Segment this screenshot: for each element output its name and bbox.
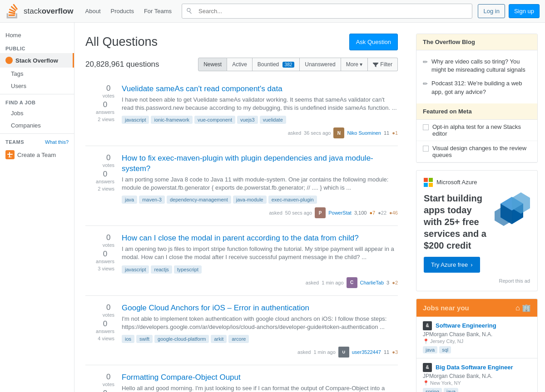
sidebar-item-companies[interactable]: Companies (0, 119, 74, 132)
filter-button[interactable]: Filter (368, 58, 398, 71)
tag[interactable]: arkit (211, 335, 227, 343)
svg-rect-2 (8, 157, 12, 157)
tag[interactable]: vuejs3 (237, 116, 258, 124)
question-body: How to fix exec-maven-plugin with plugin… (122, 153, 398, 218)
sidebar-item-jobs[interactable]: Jobs (0, 107, 74, 119)
job-tag[interactable]: spring (423, 388, 442, 392)
user-link[interactable]: CharlieTab (360, 280, 384, 285)
question-body: Formatting Compare-Object Ouput Hello al… (122, 372, 398, 392)
question-stats: 0 votes 0 answers 3 views (85, 372, 122, 392)
sidebar-item-users[interactable]: Users (0, 80, 74, 92)
vote-count: 0 (103, 233, 114, 242)
pencil-icon: ✏ (423, 59, 428, 65)
sidebar-item-stackoverflow[interactable]: Stack Overflow (0, 53, 74, 68)
tag[interactable]: exec-maven-plugin (268, 196, 317, 204)
question-title[interactable]: How can I close the modal in parent acco… (122, 234, 359, 242)
tag[interactable]: ionic-framework (151, 116, 193, 124)
vote-count: 0 (103, 303, 114, 312)
tag[interactable]: ios (122, 335, 134, 343)
user-link[interactable]: PowerStat (328, 210, 352, 216)
views-count: 2 views (98, 186, 114, 191)
user-badges: ●1 (392, 130, 398, 136)
answers-label: answers (96, 259, 114, 264)
company-icon: & (423, 321, 432, 330)
left-sidebar: Home PUBLIC Stack Overflow Tags Users FI… (0, 23, 74, 392)
tag[interactable]: dependency-management (167, 196, 231, 204)
job-tag[interactable]: java (423, 346, 437, 353)
tab-active[interactable]: Active (227, 58, 253, 71)
tab-more[interactable]: More ▾ (341, 58, 368, 71)
question-title[interactable]: Formatting Compare-Object Ouput (122, 373, 241, 382)
tag[interactable]: maven-3 (139, 196, 165, 204)
user-rep: 3 (386, 280, 389, 285)
tag[interactable]: swift (136, 335, 153, 343)
user-link[interactable]: Niko Suominen (347, 130, 381, 136)
pencil-icon: ✏ (423, 80, 428, 87)
job-item: & Software Engineering JPMorgan Chase Ba… (416, 317, 537, 358)
votes-block: 0 votes (103, 372, 114, 387)
overflow-blog-header: The Overflow Blog (416, 34, 537, 50)
question-title[interactable]: Google Cloud Anchors for iOS – Error in … (122, 304, 309, 312)
votes-block: 0 votes (103, 153, 114, 168)
tag[interactable]: java (122, 196, 137, 204)
nav-for-teams[interactable]: For Teams (139, 4, 176, 18)
topbar-nav: About Products For Teams (81, 4, 176, 18)
teams-what-link[interactable]: What this? (45, 139, 69, 145)
tab-newest[interactable]: Newest (198, 58, 227, 71)
asked-time: 1 min ago (313, 349, 335, 355)
job-item: & Big Data Software Engineer JPMorgan Ch… (416, 358, 537, 392)
login-button[interactable]: Log in (478, 4, 505, 18)
job-tag[interactable]: sql (439, 346, 451, 353)
tag[interactable]: typescript (174, 265, 202, 274)
nav-products[interactable]: Products (106, 4, 139, 18)
search-input[interactable] (182, 4, 472, 19)
answers-block: 0 answers (96, 250, 114, 264)
user-link[interactable]: user3522447 (352, 349, 381, 355)
tab-bountied[interactable]: Bountied 382 (253, 58, 300, 71)
meta-checkbox[interactable] (423, 124, 429, 130)
main-content: All Questions Ask Question 20,828,961 qu… (74, 23, 409, 392)
tag[interactable]: reactjs (151, 265, 172, 274)
topbar: stackoverflow About Products For Teams L… (0, 0, 545, 23)
ask-question-button[interactable]: Ask Question (349, 34, 398, 50)
tag[interactable]: javascript (122, 265, 149, 274)
featured-meta-header: Featured on Meta (416, 103, 537, 120)
nav-about[interactable]: About (81, 4, 105, 18)
avatar: P (315, 207, 326, 218)
asked-label: asked (297, 349, 311, 355)
job-tag[interactable]: java (444, 388, 458, 392)
tag[interactable]: arcore (228, 335, 249, 343)
filter-tabs: Newest Active Bountied 382 Unanswered Mo… (198, 58, 398, 71)
meta-checkbox[interactable] (423, 146, 429, 152)
report-ad-link[interactable]: Report this ad (424, 278, 530, 284)
tag[interactable]: java-module (233, 196, 267, 204)
sidebar-item-home[interactable]: Home (0, 28, 74, 42)
azure-title: Start building apps today with 25+ free … (424, 192, 490, 251)
answer-count: 0 (96, 170, 114, 179)
question-title[interactable]: How to fix exec-maven-plugin with plugin… (122, 154, 373, 172)
question-tags: java maven-3 dependency-management java-… (122, 196, 398, 204)
meta-item-text: Visual design changes to the review queu… (432, 145, 531, 158)
signup-button[interactable]: Sign up (509, 4, 540, 18)
question-item: 0 votes 0 answers 3 views Formatting Com… (85, 365, 398, 392)
user-rep: 3,100 (354, 210, 367, 216)
create-team-button[interactable]: Create a Team (0, 147, 74, 163)
tag[interactable]: vue-component (194, 116, 235, 124)
job-title-link[interactable]: Big Data Software Engineer (436, 364, 513, 371)
votes-label: votes (103, 382, 114, 387)
tab-unanswered[interactable]: Unanswered (300, 58, 341, 71)
create-team-icon (5, 150, 15, 159)
sidebar-item-tags[interactable]: Tags (0, 68, 74, 80)
sidebar-section-public: PUBLIC (0, 42, 74, 53)
azure-cta-button[interactable]: Try Azure free › (424, 257, 480, 273)
site-logo[interactable]: stackoverflow (5, 3, 74, 20)
question-meta: asked 50 secs ago P PowerStat 3,100 ●7 ●… (122, 207, 398, 218)
tag[interactable]: google-cloud-platform (154, 335, 209, 343)
tag[interactable]: vuelidate (260, 116, 286, 124)
tag[interactable]: javascript (122, 116, 149, 124)
divider-1 (0, 94, 74, 94)
question-title[interactable]: Vuelidate sameAs can't read component's … (122, 84, 282, 93)
question-meta: asked 1 min ago U user3522447 11 ●3 (122, 347, 398, 358)
job-location: 📍 New York, NY (423, 380, 531, 386)
job-title-link[interactable]: Software Engineering (436, 322, 496, 329)
